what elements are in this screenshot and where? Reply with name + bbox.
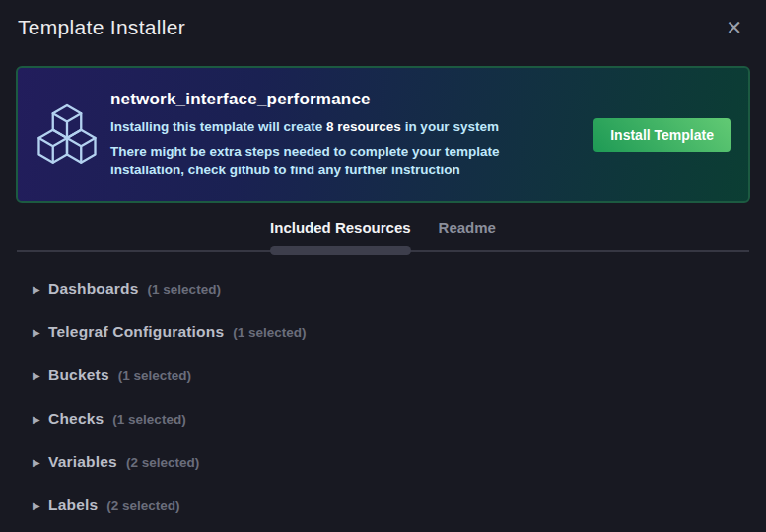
resource-row-labels[interactable]: ▶ Labels (2 selected) bbox=[0, 484, 766, 527]
resource-row-checks[interactable]: ▶ Checks (1 selected) bbox=[0, 397, 766, 440]
resource-label: Dashboards bbox=[48, 280, 139, 298]
resources-summary-line: Installing this template will create 8 r… bbox=[110, 118, 580, 136]
resource-label: Buckets bbox=[48, 366, 109, 384]
caret-right-icon[interactable]: ▶ bbox=[33, 284, 48, 295]
included-resources-list: ▶ Dashboards (1 selected) ▶ Telegraf Con… bbox=[0, 252, 766, 527]
resource-label: Telegraf Configurations bbox=[48, 323, 224, 341]
tab-bar: Included Resources Readme bbox=[0, 213, 766, 250]
resource-row-telegraf-configurations[interactable]: ▶ Telegraf Configurations (1 selected) bbox=[0, 310, 766, 354]
caret-right-icon[interactable]: ▶ bbox=[33, 500, 48, 511]
resource-count: (1 selected) bbox=[112, 412, 185, 427]
caret-right-icon[interactable]: ▶ bbox=[33, 327, 48, 338]
resources-summary-suffix: in your system bbox=[401, 119, 499, 134]
caret-right-icon[interactable]: ▶ bbox=[33, 370, 48, 381]
resource-count: (2 selected) bbox=[106, 499, 179, 513]
template-name: network_interface_performance bbox=[110, 90, 580, 109]
tab-readme[interactable]: Readme bbox=[439, 213, 496, 250]
banner-text-block: network_interface_performance Installing… bbox=[110, 90, 580, 179]
extra-steps-note: There might be extra steps needed to com… bbox=[110, 143, 562, 178]
resources-summary-prefix: Installing this template will create bbox=[110, 119, 326, 134]
caret-right-icon[interactable]: ▶ bbox=[33, 457, 48, 468]
resource-label: Variables bbox=[48, 453, 117, 471]
dialog-header: Template Installer ✕ bbox=[0, 0, 766, 40]
resource-count: (1 selected) bbox=[148, 282, 221, 297]
resource-label: Labels bbox=[48, 497, 98, 514]
caret-right-icon[interactable]: ▶ bbox=[33, 414, 48, 425]
tab-included-resources[interactable]: Included Resources bbox=[270, 213, 411, 250]
resource-label: Checks bbox=[48, 410, 104, 428]
resource-row-variables[interactable]: ▶ Variables (2 selected) bbox=[0, 440, 766, 484]
resource-count: (1 selected) bbox=[118, 368, 191, 383]
resource-count: (2 selected) bbox=[126, 455, 199, 470]
resources-count: 8 resources bbox=[326, 119, 401, 134]
resource-row-dashboards[interactable]: ▶ Dashboards (1 selected) bbox=[0, 267, 766, 310]
resource-row-buckets[interactable]: ▶ Buckets (1 selected) bbox=[0, 354, 766, 397]
close-icon[interactable]: ✕ bbox=[718, 15, 750, 40]
page-title: Template Installer bbox=[18, 15, 185, 40]
resource-count: (1 selected) bbox=[233, 325, 306, 340]
template-cubes-icon bbox=[35, 103, 101, 166]
install-template-button[interactable]: Install Template bbox=[593, 118, 731, 152]
template-summary-banner: network_interface_performance Installing… bbox=[16, 66, 750, 203]
